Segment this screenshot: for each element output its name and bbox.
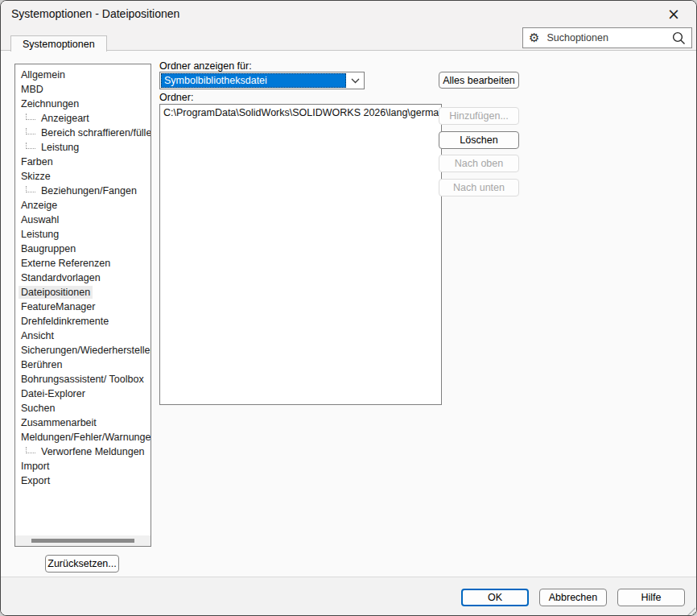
cancel-button[interactable]: Abbrechen — [539, 589, 607, 606]
tree-item-label: Zeichnungen — [19, 97, 81, 110]
tree-item-label: Leistung — [19, 228, 61, 241]
tree-item-label: Anzeige — [19, 199, 60, 212]
folder-path-item[interactable]: C:\ProgramData\SolidWorks\SOLIDWORKS 202… — [160, 106, 441, 119]
dialog-title: Systemoptionen - Dateipositionen — [11, 1, 179, 27]
tree-item-label: Berühren — [19, 358, 64, 371]
tree-item-label: Export — [19, 474, 52, 487]
scrollbar-thumb[interactable] — [31, 539, 134, 543]
tree-item[interactable]: Dateipositionen — [15, 285, 151, 300]
close-icon[interactable]: × — [658, 1, 690, 26]
tree-item[interactable]: Berühren — [15, 358, 151, 372]
resize-grip[interactable] — [684, 605, 695, 616]
tree-item[interactable]: Anzeigeart — [15, 111, 151, 126]
tree-item[interactable]: Leistung — [15, 227, 151, 242]
reset-button[interactable]: Zurücksetzen... — [45, 555, 119, 573]
system-options-dialog: Systemoptionen - Dateipositionen × Syste… — [0, 0, 697, 616]
tree-item-label: Skizze — [19, 170, 53, 183]
tree-item[interactable]: Auswahl — [15, 213, 151, 227]
tree-item-label: Verworfene Meldungen — [39, 445, 147, 458]
tree-item[interactable]: Leistung — [15, 140, 151, 155]
tree-item-label: Anzeigeart — [39, 112, 92, 125]
footer-bar: OK Abbrechen Hilfe — [1, 577, 696, 616]
tree-item-label: Ansicht — [19, 329, 56, 342]
tree-item[interactable]: Zusammenarbeit — [15, 415, 151, 430]
tree-item-label: Bereich schraffieren/füllen — [39, 126, 151, 139]
tree-item[interactable]: Allgemein — [15, 68, 151, 82]
tree-item[interactable]: FeatureManager — [15, 300, 151, 314]
tree-item-label: Suchen — [19, 402, 57, 415]
tree-item-label: Farben — [19, 155, 56, 168]
search-icon — [672, 31, 686, 45]
edit-all-button[interactable]: Alles bearbeiten — [439, 72, 519, 89]
tree-item[interactable]: MBD — [15, 82, 151, 97]
tree-item-label: Bohrungsassistent/ Toolbox — [19, 373, 146, 386]
folders-label: Ordner: — [159, 92, 193, 103]
tree-item[interactable]: Bereich schraffieren/füllen — [15, 126, 151, 140]
tree-item[interactable]: Baugruppen — [15, 242, 151, 256]
tree-item[interactable]: Import — [15, 459, 151, 473]
tree-branch-icon — [26, 447, 35, 453]
tree-branch-icon — [26, 114, 35, 120]
options-tree: AllgemeinMBDZeichnungenAnzeigeartBereich… — [14, 64, 151, 547]
ok-button[interactable]: OK — [461, 589, 529, 606]
tab-systemoptionen[interactable]: Systemoptionen — [10, 35, 107, 52]
move-up-button[interactable]: Nach oben — [439, 155, 519, 172]
tree-item-label: Beziehungen/Fangen — [39, 184, 139, 197]
tree-item-label: Meldungen/Fehler/Warnungen — [19, 431, 151, 444]
tree-item-label: Externe Referenzen — [19, 257, 113, 270]
tree-item-label: MBD — [19, 83, 46, 96]
tree-item[interactable]: Standardvorlagen — [15, 271, 151, 285]
tree-item-label: Dateipositionen — [19, 286, 93, 299]
folder-action-buttons: Hinzufügen...LöschenNach obenNach unten — [439, 107, 519, 196]
folder-type-selected-value: Symbolbibliotheksdatei — [161, 73, 346, 88]
tree-item-label: FeatureManager — [19, 300, 97, 313]
tree-item-label: Baugruppen — [19, 242, 78, 255]
tree-item[interactable]: Farben — [15, 155, 151, 169]
tree-item-label: Standardvorlagen — [19, 271, 103, 284]
tree-item[interactable]: Skizze — [15, 169, 151, 184]
tree-item[interactable]: Drehfeldinkremente — [15, 314, 151, 329]
tab-strip: Systemoptionen ⚙ — [1, 27, 696, 51]
chevron-down-icon[interactable] — [347, 72, 364, 89]
tree-item-label: Auswahl — [19, 213, 61, 226]
tab-label: Systemoptionen — [23, 39, 95, 50]
tree-item-label: Drehfeldinkremente — [19, 315, 111, 328]
tree-item[interactable]: Ansicht — [15, 329, 151, 343]
search-box[interactable]: ⚙ — [522, 27, 692, 48]
tree-item[interactable]: Zeichnungen — [15, 97, 151, 111]
tree-item[interactable]: Meldungen/Fehler/Warnungen — [15, 430, 151, 444]
tree-item[interactable]: Anzeige — [15, 198, 151, 213]
folder-type-dropdown[interactable]: Symbolbibliotheksdatei — [159, 72, 365, 89]
tree-item[interactable]: Datei-Explorer — [15, 387, 151, 401]
tree-item[interactable]: Sicherungen/Wiederherstellen — [15, 343, 151, 358]
titlebar: Systemoptionen - Dateipositionen × — [1, 1, 696, 27]
tree-horizontal-scrollbar[interactable] — [15, 535, 151, 546]
tree-item[interactable]: Verworfene Meldungen — [15, 444, 151, 459]
tree-item-label: Sicherungen/Wiederherstellen — [19, 344, 151, 357]
tree-branch-icon — [26, 143, 35, 149]
folders-listbox[interactable]: C:\ProgramData\SolidWorks\SOLIDWORKS 202… — [159, 104, 442, 405]
tree-item[interactable]: Suchen — [15, 401, 151, 415]
tree-branch-icon — [26, 186, 35, 192]
search-input[interactable] — [545, 31, 669, 44]
gear-icon: ⚙ — [529, 32, 539, 44]
tree-item[interactable]: Beziehungen/Fangen — [15, 184, 151, 198]
tree-item[interactable]: Externe Referenzen — [15, 256, 151, 271]
footer-buttons: OK Abbrechen Hilfe — [461, 589, 685, 606]
show-folders-label: Ordner anzeigen für: — [159, 60, 252, 72]
tree-item-label: Leistung — [39, 141, 81, 154]
move-down-button[interactable]: Nach unten — [439, 179, 519, 196]
tree-item-label: Datei-Explorer — [19, 387, 88, 400]
delete-folder-button[interactable]: Löschen — [439, 131, 519, 149]
tree-item-label: Import — [19, 460, 52, 473]
tree-branch-icon — [26, 128, 35, 134]
tree-item[interactable]: Export — [15, 473, 151, 488]
add-folder-button[interactable]: Hinzufügen... — [439, 107, 519, 125]
tree-item-label: Allgemein — [19, 68, 68, 81]
tree-item[interactable]: Bohrungsassistent/ Toolbox — [15, 372, 151, 387]
help-button[interactable]: Hilfe — [617, 589, 685, 606]
tree-item-label: Zusammenarbeit — [19, 416, 99, 429]
